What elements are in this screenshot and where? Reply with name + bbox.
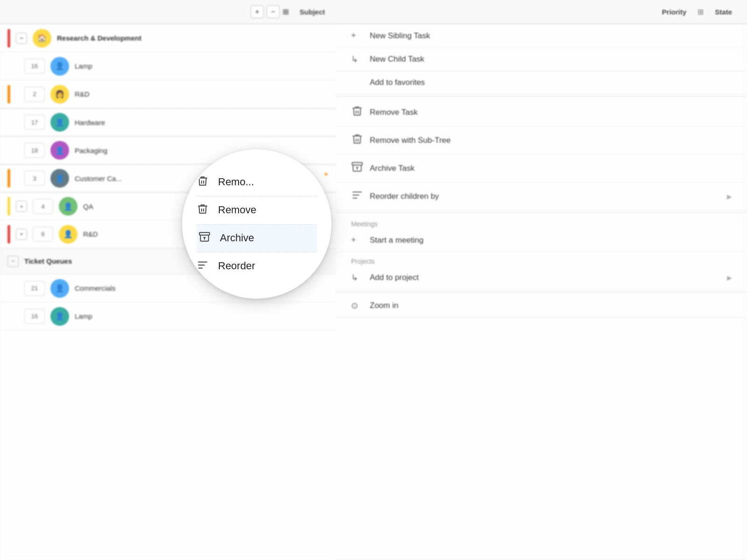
priority-bar [7,307,10,326]
menu-item-remove-subtree[interactable]: Remove with Sub-Tree [336,126,747,154]
avatar: 🏠 [33,29,51,48]
task-number: 21 [24,281,45,296]
task-row: 16 👤 Lamp [0,52,336,80]
priority-bar [7,113,10,132]
menu-label: Archive Task [370,164,415,173]
plus-icon: + [351,31,362,41]
magnifier-item-archive: Archive [197,224,317,252]
collapse-btn[interactable]: − [16,33,27,44]
avatar: 👤 [50,169,69,188]
priority-bar [7,169,10,188]
menu-label: Add to project [370,273,419,282]
magnifier-item-remove2: Remove [197,196,317,224]
task-number: 2 [24,87,45,102]
task-name: Hardware [75,119,329,126]
mag-label-archive: Archive [220,232,254,244]
priority-bar [7,225,10,244]
group-name: Research & Development [57,34,329,42]
task-name: Lamp [75,312,329,320]
filter-icon-right: ⊞ [698,7,704,16]
group-row-rd: − 🏠 Research & Development [0,24,336,52]
avatar: 👩 [50,85,69,104]
menu-item-add-project[interactable]: ↳ Add to project ▶ [336,266,747,290]
zoom-icon: ⊙ [351,301,362,311]
task-row: 2 👩 R&D [0,80,336,108]
task-number: 16 [24,309,45,324]
add-task-icon[interactable]: + [251,5,264,18]
menu-item-start-meeting[interactable]: + Start a meeting [336,229,747,252]
archive-icon [198,231,211,245]
reorder-icon [351,189,362,203]
priority-bar [7,197,10,216]
priority-bar [7,141,10,160]
task-row: 17 👤 Hardware [0,108,336,136]
menu-item-add-favorites[interactable]: Add to favorites [336,71,747,94]
trash-icon [351,105,362,119]
subject-label: Subject [300,8,325,16]
menu-item-new-child[interactable]: ↳ New Child Task [336,48,747,71]
header-controls[interactable]: + − ⊞ [251,5,289,18]
avatar: 👤 [50,141,69,160]
context-menu-panel: Priority ⊞ State + New Sibling Task ↳ Ne… [336,0,747,560]
trash-icon [351,133,362,147]
menu-label: Reorder children by [370,192,439,201]
svg-rect-0 [352,162,362,165]
submenu-arrow: ▶ [727,193,732,200]
filter-icon[interactable]: ⊞ [282,7,289,16]
menu-item-archive-task[interactable]: Archive Task [336,154,747,182]
expand-btn[interactable]: + [16,229,27,240]
menu-divider [336,96,747,97]
reorder-icon [197,259,210,273]
task-name: Lamp [75,62,329,70]
arrow-icon: ↳ [351,273,362,283]
table-header: + − ⊞ Subject [0,0,336,24]
remove-task-icon[interactable]: − [267,5,280,18]
avatar: 👤 [50,279,69,298]
group-name: Ticket Queues [24,257,72,265]
task-number: 6 [33,227,53,242]
menu-label: Start a meeting [370,236,423,245]
avatar: 👤 [50,57,69,76]
priority-bar [7,279,10,298]
plus-icon: + [351,235,362,245]
menu-item-zoom-in[interactable]: ⊙ Zoom in [336,294,747,318]
menu-label: Remove Task [370,108,418,117]
avatar: 👤 [50,307,69,326]
menu-item-new-sibling[interactable]: + New Sibling Task [336,24,747,48]
avatar: 👤 [59,197,78,216]
menu-label: New Child Task [370,55,424,64]
task-number: 17 [24,115,45,130]
expand-btn[interactable]: + [16,201,27,212]
menu-item-reorder-children[interactable]: Reorder children by ▶ [336,182,747,210]
task-row: 16 👤 Lamp [0,302,336,330]
menu-item-remove-task[interactable]: Remove Task [336,98,747,126]
menu-divider [336,292,747,292]
priority-label: Priority [662,8,687,16]
task-number: 18 [24,143,45,158]
submenu-arrow: ▶ [727,274,732,281]
mag-label-remove1: Remo... [218,176,254,188]
magnifier-content: Remo... Remove [183,151,330,297]
trash-icon [197,203,210,217]
subject-column-header: + − ⊞ Subject [7,5,325,18]
archive-icon [351,161,362,175]
menu-label: Add to favorites [370,78,425,87]
collapse-btn[interactable]: − [7,256,19,267]
magnifier-item-remove1: Remo... [197,168,317,196]
task-name: R&D [75,90,329,98]
section-label-meetings: Meetings [336,215,747,229]
child-icon: ↳ [351,54,362,64]
menu-label: Zoom in [370,301,398,310]
avatar: 👤 [59,225,78,244]
svg-rect-5 [199,232,210,235]
task-number: 16 [24,59,45,74]
menu-label: Remove with Sub-Tree [370,136,451,145]
magnifier-lens: Remo... Remove [182,149,331,299]
task-number: 3 [24,171,45,186]
avatar: 👤 [50,113,69,132]
state-label: State [715,8,732,16]
priority-bar [7,29,10,48]
priority-bar [7,85,10,104]
task-number: 4 [33,199,53,214]
menu-divider [336,212,747,213]
